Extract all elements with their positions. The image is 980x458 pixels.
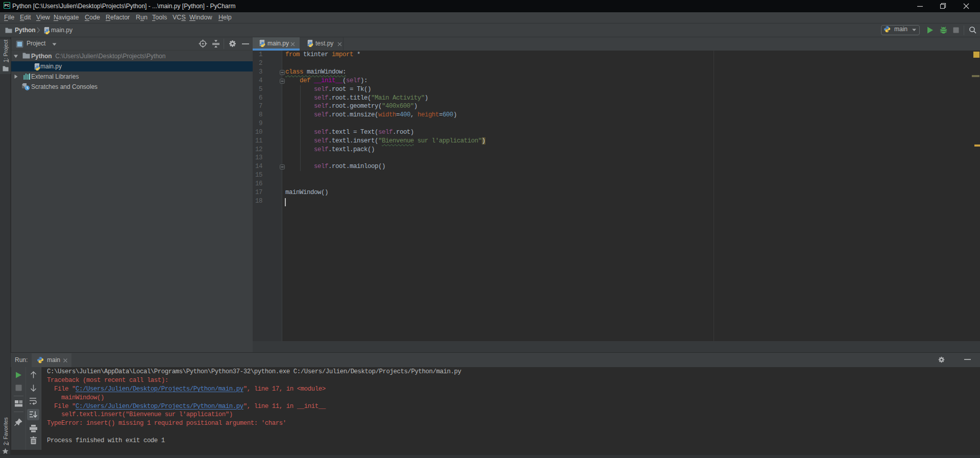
svg-text:PC: PC	[5, 4, 10, 7]
